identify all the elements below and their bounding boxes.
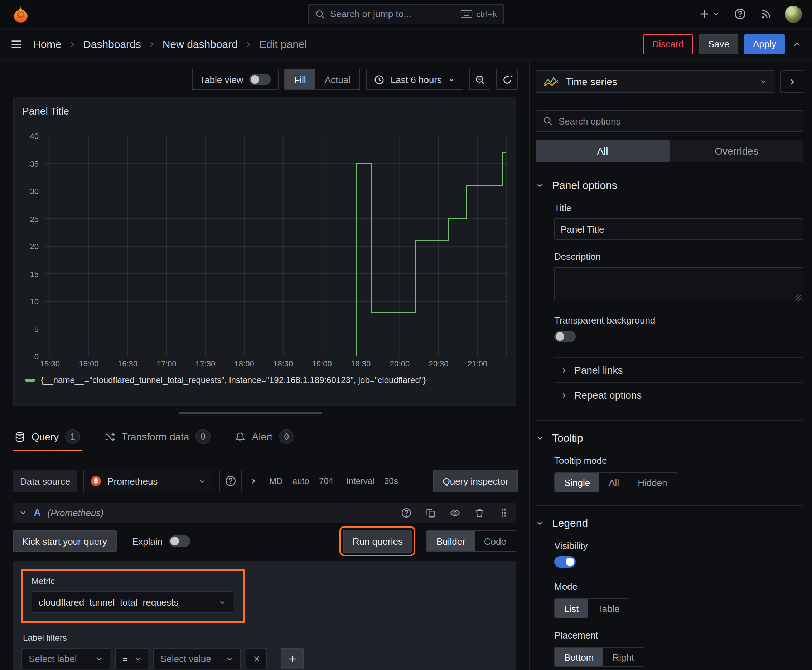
legend-mode-table[interactable]: Table [588,599,629,618]
remove-query-button[interactable] [473,506,486,519]
builder-option[interactable]: Builder [427,531,475,551]
tab-transform-data[interactable]: Transform data 0 [103,428,212,451]
grafana-home-button[interactable] [10,3,32,25]
datasource-name: Prometheus [107,475,158,486]
explain-switch[interactable] [169,535,190,547]
drag-query-handle[interactable] [497,506,510,519]
tooltip-title: Tooltip [552,431,583,444]
legend-header[interactable]: Legend [536,517,588,529]
chevron-down-icon [19,508,27,517]
breadcrumb-dashboards[interactable]: Dashboards [83,38,141,50]
horizontal-scrollbar-thumb[interactable] [179,411,322,415]
new-button[interactable] [697,7,721,21]
repeat-options-row[interactable]: Repeat options [554,382,804,407]
x-tick-label: 19:00 [312,359,332,368]
chevron-right-icon [560,366,568,374]
visualization-picker[interactable]: Time series [536,70,775,93]
tooltip-mode-single[interactable]: Single [555,473,599,492]
panel-title: Panel Title [22,103,507,119]
datasource-picker[interactable]: Prometheus [83,470,214,492]
zoom-out-button[interactable] [469,69,490,90]
operator-dropdown[interactable]: = [115,648,148,669]
tooltip-mode-label: Tooltip mode [554,455,804,466]
toggle-query-visibility-button[interactable] [448,506,462,519]
legend-placement-label: Placement [554,630,804,641]
refresh-button[interactable] [496,69,518,90]
remove-filter-button[interactable] [246,648,267,669]
duplicate-query-button[interactable] [424,506,437,519]
options-sidebar: Time series All Overrides Panel opt [529,60,812,670]
view-toolbar: Table view Fill Actual Last 6 hours [0,60,529,90]
transparent-background-switch[interactable] [554,331,576,342]
table-view-switch[interactable] [249,74,270,85]
run-queries-button[interactable]: Run queries [343,530,412,553]
actual-option[interactable]: Actual [315,69,360,90]
menu-toggle-button[interactable] [8,36,24,52]
legend-placement-right[interactable]: Right [603,648,643,667]
chart-plot[interactable] [44,136,507,357]
question-circle-icon [225,475,236,487]
global-search-input[interactable] [330,8,455,19]
code-option[interactable]: Code [475,531,515,551]
tooltip-mode-group: Single All Hidden [554,472,677,492]
time-range-picker[interactable]: Last 6 hours [366,69,463,90]
legend-placement-bottom[interactable]: Bottom [555,648,603,667]
kick-start-query-button[interactable]: Kick start your query [13,530,116,552]
chevron-down-icon [536,433,544,442]
select-value-dropdown[interactable]: Select value [153,648,241,669]
discard-button[interactable]: Discard [643,34,693,54]
grip-icon [498,507,509,518]
legend-mode-list[interactable]: List [555,599,588,618]
metric-select[interactable]: cloudflared_tunnel_total_requests [32,591,234,613]
collapse-options-button[interactable] [780,70,804,93]
query-collapse-toggle[interactable] [19,508,27,517]
datasource-label: Data source [13,470,77,492]
search-icon [315,9,325,19]
main-area: Table view Fill Actual Last 6 hours [0,60,812,670]
panel-title-input[interactable] [554,218,804,240]
top-actions [697,5,802,22]
x-tick-label: 20:00 [390,359,410,368]
x-tick-label: 18:00 [234,359,254,368]
query-help-button[interactable] [400,506,413,519]
tab-alert[interactable]: Alert 0 [234,428,295,451]
help-button[interactable] [732,7,748,22]
tooltip-mode-hidden[interactable]: Hidden [628,473,676,492]
y-tick-label: 35 [30,159,39,168]
news-button[interactable] [759,7,773,21]
y-tick-label: 25 [30,214,39,223]
tooltip-header[interactable]: Tooltip [536,431,583,444]
options-search[interactable] [536,110,804,132]
breadcrumb-home[interactable]: Home [33,38,61,50]
query-inspector-button[interactable]: Query inspector [433,470,518,492]
chevron-down-icon [448,76,455,83]
tab-all[interactable]: All [536,140,670,162]
tooltip-mode-all[interactable]: All [599,473,628,492]
panel-options-header[interactable]: Panel options [536,179,617,191]
global-search[interactable]: ctrl+k [308,4,504,24]
resize-handle[interactable] [795,295,801,301]
user-avatar[interactable] [785,5,802,22]
description-textarea[interactable] [554,267,804,301]
save-button[interactable]: Save [699,34,739,54]
editor-tabs: Query 1 Transform data 0 Alert 0 [0,416,529,451]
select-label-dropdown[interactable]: Select label [22,648,110,669]
breadcrumb-edit-panel: Edit panel [259,38,307,50]
hamburger-icon [10,37,23,51]
tab-query[interactable]: Query 1 [13,428,81,451]
datasource-help-button[interactable] [219,470,242,492]
collapse-header-button[interactable] [790,37,804,51]
interval: Interval = 30s [346,476,398,486]
panel-links-row[interactable]: Panel links [554,357,804,382]
plus-icon [288,654,297,663]
breadcrumb-new-dashboard[interactable]: New dashboard [163,38,238,50]
tab-overrides[interactable]: Overrides [670,140,804,162]
query-options-expand[interactable] [248,475,259,487]
tab-query-label: Query [32,431,59,442]
legend-item[interactable]: {__name__="cloudflared_tunnel_total_requ… [22,369,507,385]
add-filter-button[interactable] [281,648,303,669]
options-search-input[interactable] [559,116,796,126]
legend-visibility-switch[interactable] [554,556,576,568]
fill-option[interactable]: Fill [285,69,315,90]
apply-button[interactable]: Apply [744,34,785,54]
